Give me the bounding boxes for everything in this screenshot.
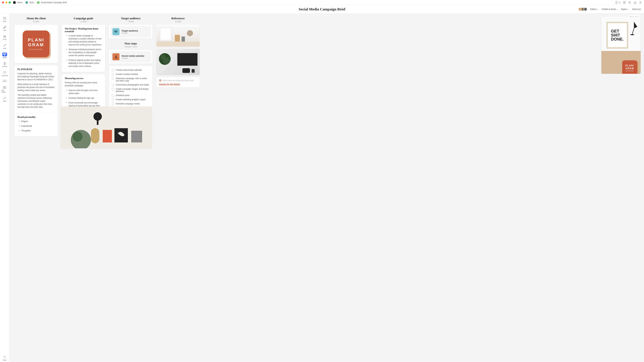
maximize-window-button[interactable] bbox=[9, 1, 11, 3]
editors-dropdown[interactable]: Editors ⌄ bbox=[590, 8, 599, 10]
canvas[interactable]: 0 Unsorted About the client 5 cards PLAN… bbox=[10, 13, 644, 362]
sidebar-item-label: Draw bbox=[3, 100, 6, 102]
column-meta: 1 board bbox=[109, 20, 152, 22]
breadcrumb-doc[interactable]: Social Media Campaign Brief bbox=[41, 1, 67, 4]
device-icon bbox=[615, 1, 618, 4]
hero-image-card[interactable] bbox=[61, 106, 152, 148]
column-header[interactable]: About the client 5 cards bbox=[14, 17, 58, 22]
todo-item[interactable]: Commission photographer and stylist bbox=[111, 83, 150, 87]
logo-card[interactable]: PLANI GRAM STATIONARY bbox=[14, 25, 58, 63]
checkbox[interactable] bbox=[112, 69, 114, 71]
sidebar-item-trash[interactable]: Trash bbox=[1, 354, 9, 362]
floating-image-card[interactable]: GET SHIT DONE. PLANI GRAM STATIONARY bbox=[602, 17, 641, 74]
card-heading: Brand personality bbox=[18, 116, 55, 119]
todo-item[interactable]: Determine campaign calls to action and o… bbox=[111, 76, 150, 83]
todo-item[interactable]: Create marketing analytics report bbox=[111, 98, 150, 102]
todo-item[interactable]: Schedule campaign review bbox=[111, 102, 150, 106]
checkbox[interactable] bbox=[112, 88, 114, 90]
sidebar-item-link[interactable]: Link bbox=[1, 24, 9, 32]
link-title[interactable]: Goods for the Study bbox=[159, 83, 197, 85]
breadcrumb-home[interactable]: Home bbox=[17, 1, 22, 4]
lamp-icon bbox=[629, 20, 639, 35]
todo-item[interactable]: Schedule posts bbox=[111, 93, 150, 98]
svg-rect-31 bbox=[177, 53, 198, 66]
svg-rect-16 bbox=[4, 64, 5, 65]
todo-item[interactable]: Create campaign images and design elemen… bbox=[111, 87, 150, 93]
svg-point-4 bbox=[640, 2, 641, 3]
column-title: Target audience bbox=[109, 17, 152, 20]
calendar-board-card[interactable]: Social media calendar 0 cards bbox=[109, 50, 152, 64]
svg-point-39 bbox=[630, 34, 634, 35]
breadcrumb-separator: / bbox=[35, 1, 36, 4]
export-dropdown[interactable]: Export ⌄ bbox=[621, 8, 629, 10]
project-card[interactable]: The Project: Working from home essential… bbox=[62, 25, 105, 72]
search-icon[interactable] bbox=[628, 1, 631, 4]
checkbox[interactable] bbox=[112, 99, 114, 101]
about-paragraph: The carefully curated and edited selecti… bbox=[18, 94, 55, 109]
svg-rect-27 bbox=[175, 35, 180, 41]
bell-icon[interactable] bbox=[634, 1, 636, 4]
checkbox[interactable] bbox=[112, 103, 114, 105]
gear-icon[interactable] bbox=[639, 1, 642, 4]
svg-rect-36 bbox=[192, 69, 195, 73]
image-icon bbox=[2, 85, 7, 89]
minimize-window-button[interactable] bbox=[5, 1, 8, 3]
card-heading: The Project: Working from home essential… bbox=[65, 27, 102, 33]
close-window-button[interactable] bbox=[2, 1, 4, 3]
todo-item[interactable]: Content creation timeline bbox=[111, 72, 150, 76]
link-icon bbox=[2, 25, 7, 29]
column-header[interactable]: References 3 cards bbox=[156, 17, 200, 22]
svg-rect-48 bbox=[131, 131, 142, 143]
zoom-out-button[interactable]: Zoom out bbox=[632, 8, 641, 10]
sidebar-more-button[interactable]: ••• bbox=[2, 79, 7, 82]
note-icon bbox=[2, 16, 7, 20]
checkbox[interactable] bbox=[112, 84, 114, 86]
audience-board-card[interactable]: Target audience 0 cards bbox=[109, 25, 152, 38]
column-audience-next: Target audience 1 board Target audience … bbox=[109, 17, 152, 108]
board-ref-audience[interactable]: Target audience 0 cards bbox=[110, 26, 151, 37]
about-card[interactable]: PLANIGRAM A passion for planning, stylis… bbox=[14, 65, 58, 137]
hero-image bbox=[61, 106, 152, 148]
column-meta: 5 cards bbox=[14, 20, 58, 22]
column-header[interactable]: Next steps 1 board, 1 card bbox=[109, 42, 152, 48]
todo-item[interactable]: Create social media calendar bbox=[111, 68, 150, 72]
sidebar-item-draw[interactable]: Draw bbox=[1, 95, 9, 103]
sidebar-item-line[interactable]: Line bbox=[1, 43, 9, 50]
todo-label: Determine campaign calls to action and o… bbox=[116, 77, 150, 82]
link-url: https://www.mcnallyjacksonstore.com/ bbox=[163, 79, 194, 81]
column-references: References 3 cards bbox=[156, 17, 200, 90]
avatar-stack[interactable] bbox=[579, 7, 587, 11]
sidebar-item-label: Board bbox=[2, 57, 6, 58]
device-count-value: 21 bbox=[618, 1, 620, 3]
column-meta: 2 cards bbox=[62, 20, 105, 22]
reference-link-card[interactable]: https://www.mcnallyjacksonstore.com/ Goo… bbox=[156, 77, 200, 87]
reference-image-1[interactable] bbox=[156, 25, 200, 47]
board-ref-calendar[interactable]: Social media calendar 0 cards bbox=[110, 51, 151, 62]
sidebar-item-add-image[interactable]: Add image bbox=[1, 84, 9, 94]
checkbox[interactable] bbox=[112, 73, 114, 76]
help-icon[interactable] bbox=[623, 1, 626, 4]
reference-image bbox=[156, 49, 200, 75]
board-icon bbox=[2, 53, 7, 56]
breadcrumb-work[interactable]: Work bbox=[29, 1, 34, 4]
svg-rect-35 bbox=[182, 68, 190, 73]
sidebar-item-comment[interactable]: Comment bbox=[1, 70, 9, 77]
sidebar-item-column[interactable]: Column bbox=[1, 61, 9, 68]
publish-dropdown[interactable]: Publish & share ⌄ bbox=[602, 8, 618, 10]
sidebar-item-todo[interactable]: To-do bbox=[1, 33, 9, 41]
checkbox[interactable] bbox=[112, 77, 114, 80]
chevron-down-icon: ⌄ bbox=[628, 8, 629, 10]
device-count[interactable]: 21 bbox=[615, 1, 620, 4]
sidebar-item-note[interactable]: Note bbox=[1, 15, 9, 23]
column-header[interactable]: Campaign goals 2 cards bbox=[62, 17, 105, 22]
globe-icon bbox=[159, 79, 162, 82]
checkbox[interactable] bbox=[112, 94, 114, 97]
todo-list-card[interactable]: Create social media calendar Content cre… bbox=[109, 66, 152, 108]
svg-rect-19 bbox=[114, 30, 115, 32]
sidebar-item-board[interactable]: Board bbox=[1, 52, 9, 59]
list-item: Increase mailing list sign ups bbox=[65, 97, 102, 100]
column-header[interactable]: Target audience 1 board bbox=[109, 17, 152, 22]
sidebar-item-label: Line bbox=[3, 48, 6, 49]
work-icon bbox=[26, 1, 28, 4]
reference-image-2[interactable] bbox=[156, 49, 200, 75]
